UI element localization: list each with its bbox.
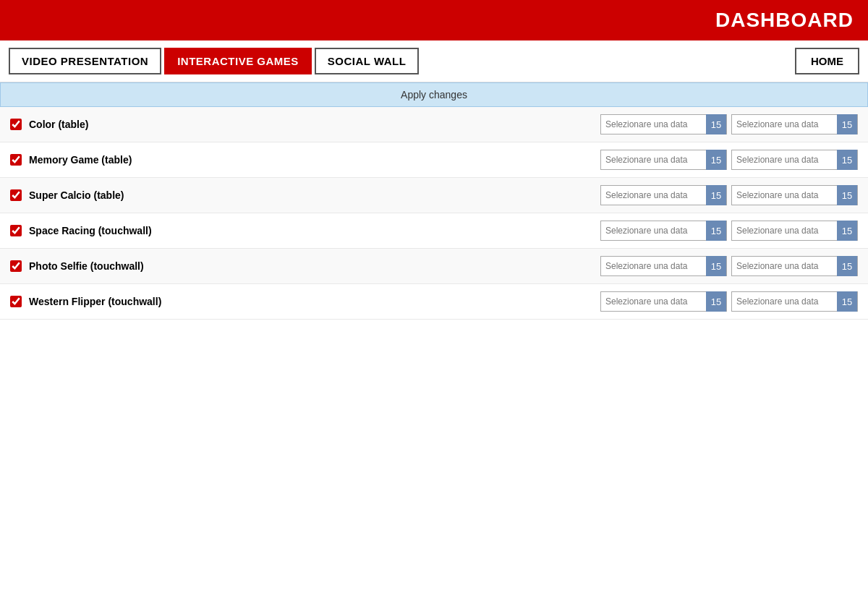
date-input-memory-game-table-1[interactable] <box>732 153 837 166</box>
date-inputs-color-table: 1515 <box>600 114 858 134</box>
game-row-photo-selfie-touchwall: Photo Selfie (touchwall)1515 <box>0 249 868 284</box>
game-row-color-table: Color (table)1515 <box>0 107 868 142</box>
apply-changes-bar[interactable]: Apply changes <box>0 82 868 107</box>
calendar-icon: 15 <box>711 226 721 236</box>
game-row-super-calcio-table: Super Calcio (table)1515 <box>0 178 868 213</box>
date-wrapper-space-racing-touchwall-0: 15 <box>600 221 727 241</box>
games-list: Color (table)1515Memory Game (table)1515… <box>0 107 868 320</box>
date-input-super-calcio-table-0[interactable] <box>601 189 706 202</box>
calendar-btn-space-racing-touchwall-1[interactable]: 15 <box>837 221 857 241</box>
dashboard-title: DASHBOARD <box>715 9 854 32</box>
date-input-western-flipper-touchwall-1[interactable] <box>732 295 837 308</box>
calendar-icon: 15 <box>842 155 852 166</box>
tab-video-presentation[interactable]: VIDEO PRESENTATION <box>9 48 161 74</box>
tab-interactive-games[interactable]: INTERACTIVE GAMES <box>164 48 312 74</box>
date-wrapper-photo-selfie-touchwall-0: 15 <box>600 256 727 276</box>
date-input-photo-selfie-touchwall-1[interactable] <box>732 260 837 273</box>
home-button[interactable]: HOME <box>795 48 859 74</box>
calendar-icon: 15 <box>842 296 852 307</box>
game-checkbox-memory-game-table[interactable] <box>10 154 22 166</box>
tab-social-wall[interactable]: SOCIAL WALL <box>315 48 420 74</box>
calendar-icon: 15 <box>842 190 852 201</box>
date-input-photo-selfie-touchwall-0[interactable] <box>601 260 706 273</box>
date-input-color-table-0[interactable] <box>601 118 706 131</box>
calendar-btn-super-calcio-table-0[interactable]: 15 <box>706 185 726 205</box>
date-inputs-western-flipper-touchwall: 1515 <box>600 291 858 312</box>
calendar-btn-color-table-0[interactable]: 15 <box>706 114 726 134</box>
date-input-super-calcio-table-1[interactable] <box>732 189 837 202</box>
game-checkbox-space-racing-touchwall[interactable] <box>10 225 22 236</box>
nav-tabs-container: VIDEO PRESENTATION INTERACTIVE GAMES SOC… <box>9 48 419 74</box>
game-checkbox-photo-selfie-touchwall[interactable] <box>10 260 22 272</box>
calendar-btn-super-calcio-table-1[interactable]: 15 <box>837 185 857 205</box>
game-checkbox-color-table[interactable] <box>10 119 22 130</box>
date-input-color-table-1[interactable] <box>732 118 837 131</box>
calendar-icon: 15 <box>842 226 852 236</box>
calendar-btn-color-table-1[interactable]: 15 <box>837 114 857 134</box>
date-wrapper-color-table-0: 15 <box>600 114 727 134</box>
game-label-photo-selfie-touchwall: Photo Selfie (touchwall) <box>29 260 600 272</box>
calendar-icon: 15 <box>711 190 721 201</box>
calendar-btn-western-flipper-touchwall-1[interactable]: 15 <box>837 291 857 312</box>
game-checkbox-western-flipper-touchwall[interactable] <box>10 296 22 307</box>
calendar-icon: 15 <box>842 119 852 130</box>
navigation-bar: VIDEO PRESENTATION INTERACTIVE GAMES SOC… <box>0 40 868 82</box>
date-input-memory-game-table-0[interactable] <box>601 153 706 166</box>
date-input-space-racing-touchwall-0[interactable] <box>601 224 706 237</box>
date-wrapper-memory-game-table-0: 15 <box>600 150 727 170</box>
calendar-btn-memory-game-table-0[interactable]: 15 <box>706 150 726 170</box>
date-inputs-super-calcio-table: 1515 <box>600 185 858 205</box>
date-input-space-racing-touchwall-1[interactable] <box>732 224 837 237</box>
game-label-space-racing-touchwall: Space Racing (touchwall) <box>29 225 600 236</box>
calendar-icon: 15 <box>842 261 852 272</box>
calendar-btn-memory-game-table-1[interactable]: 15 <box>837 150 857 170</box>
date-wrapper-color-table-1: 15 <box>731 114 858 134</box>
date-wrapper-photo-selfie-touchwall-1: 15 <box>731 256 858 276</box>
calendar-btn-space-racing-touchwall-0[interactable]: 15 <box>706 221 726 241</box>
date-wrapper-super-calcio-table-1: 15 <box>731 185 858 205</box>
game-checkbox-super-calcio-table[interactable] <box>10 189 22 201</box>
app-header: DASHBOARD <box>0 0 868 40</box>
game-label-color-table: Color (table) <box>29 119 600 130</box>
game-label-memory-game-table: Memory Game (table) <box>29 154 600 166</box>
calendar-btn-western-flipper-touchwall-0[interactable]: 15 <box>706 291 726 312</box>
game-label-super-calcio-table: Super Calcio (table) <box>29 189 600 201</box>
date-wrapper-western-flipper-touchwall-0: 15 <box>600 291 727 312</box>
game-row-space-racing-touchwall: Space Racing (touchwall)1515 <box>0 213 868 249</box>
date-inputs-memory-game-table: 1515 <box>600 150 858 170</box>
calendar-btn-photo-selfie-touchwall-0[interactable]: 15 <box>706 256 726 276</box>
date-inputs-photo-selfie-touchwall: 1515 <box>600 256 858 276</box>
game-row-memory-game-table: Memory Game (table)1515 <box>0 142 868 178</box>
date-wrapper-memory-game-table-1: 15 <box>731 150 858 170</box>
date-input-western-flipper-touchwall-0[interactable] <box>601 295 706 308</box>
calendar-icon: 15 <box>711 261 721 272</box>
game-row-western-flipper-touchwall: Western Flipper (touchwall)1515 <box>0 284 868 320</box>
date-wrapper-space-racing-touchwall-1: 15 <box>731 221 858 241</box>
date-wrapper-western-flipper-touchwall-1: 15 <box>731 291 858 312</box>
date-wrapper-super-calcio-table-0: 15 <box>600 185 727 205</box>
calendar-btn-photo-selfie-touchwall-1[interactable]: 15 <box>837 256 857 276</box>
game-label-western-flipper-touchwall: Western Flipper (touchwall) <box>29 296 600 307</box>
calendar-icon: 15 <box>711 296 721 307</box>
date-inputs-space-racing-touchwall: 1515 <box>600 221 858 241</box>
calendar-icon: 15 <box>711 119 721 130</box>
calendar-icon: 15 <box>711 155 721 166</box>
